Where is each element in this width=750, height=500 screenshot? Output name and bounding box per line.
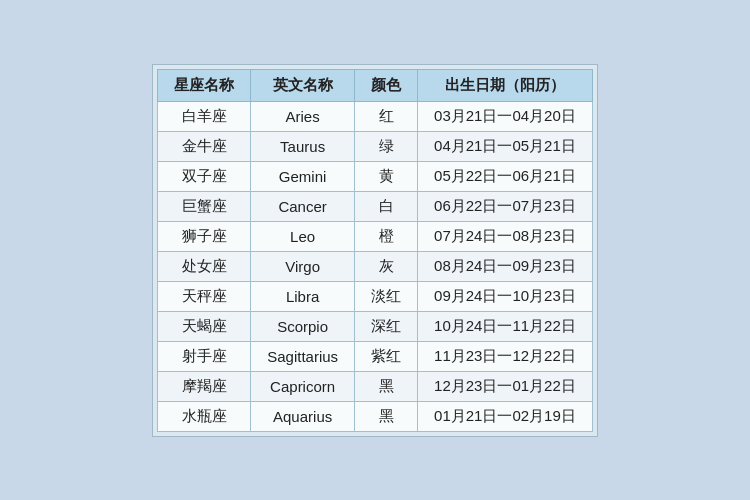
cell-chinese: 处女座 [158, 251, 251, 281]
cell-dates: 10月24日一11月22日 [418, 311, 593, 341]
table-row: 白羊座Aries红03月21日一04月20日 [158, 101, 593, 131]
cell-dates: 09月24日一10月23日 [418, 281, 593, 311]
table-body: 白羊座Aries红03月21日一04月20日金牛座Taurus绿04月21日一0… [158, 101, 593, 431]
table-row: 摩羯座Capricorn黑12月23日一01月22日 [158, 371, 593, 401]
cell-chinese: 天秤座 [158, 281, 251, 311]
cell-chinese: 白羊座 [158, 101, 251, 131]
cell-color: 紫红 [355, 341, 418, 371]
col-header-dates: 出生日期（阳历） [418, 69, 593, 101]
cell-english: Aquarius [251, 401, 355, 431]
cell-dates: 01月21日一02月19日 [418, 401, 593, 431]
cell-dates: 05月22日一06月21日 [418, 161, 593, 191]
cell-dates: 04月21日一05月21日 [418, 131, 593, 161]
cell-dates: 11月23日一12月22日 [418, 341, 593, 371]
cell-color: 黑 [355, 401, 418, 431]
zodiac-table-container: 星座名称 英文名称 颜色 出生日期（阳历） 白羊座Aries红03月21日一04… [152, 64, 598, 437]
zodiac-table: 星座名称 英文名称 颜色 出生日期（阳历） 白羊座Aries红03月21日一04… [157, 69, 593, 432]
cell-english: Cancer [251, 191, 355, 221]
table-row: 天蝎座Scorpio深红10月24日一11月22日 [158, 311, 593, 341]
cell-dates: 08月24日一09月23日 [418, 251, 593, 281]
cell-color: 黑 [355, 371, 418, 401]
cell-color: 淡红 [355, 281, 418, 311]
cell-chinese: 水瓶座 [158, 401, 251, 431]
cell-color: 深红 [355, 311, 418, 341]
cell-color: 白 [355, 191, 418, 221]
cell-chinese: 金牛座 [158, 131, 251, 161]
table-row: 巨蟹座Cancer白06月22日一07月23日 [158, 191, 593, 221]
cell-chinese: 射手座 [158, 341, 251, 371]
cell-color: 绿 [355, 131, 418, 161]
table-row: 射手座Sagittarius紫红11月23日一12月22日 [158, 341, 593, 371]
cell-english: Leo [251, 221, 355, 251]
cell-english: Capricorn [251, 371, 355, 401]
cell-english: Scorpio [251, 311, 355, 341]
col-header-english: 英文名称 [251, 69, 355, 101]
cell-color: 橙 [355, 221, 418, 251]
cell-dates: 06月22日一07月23日 [418, 191, 593, 221]
table-header-row: 星座名称 英文名称 颜色 出生日期（阳历） [158, 69, 593, 101]
table-row: 水瓶座Aquarius黑01月21日一02月19日 [158, 401, 593, 431]
cell-english: Virgo [251, 251, 355, 281]
table-row: 天秤座Libra淡红09月24日一10月23日 [158, 281, 593, 311]
cell-english: Aries [251, 101, 355, 131]
cell-chinese: 摩羯座 [158, 371, 251, 401]
cell-dates: 03月21日一04月20日 [418, 101, 593, 131]
table-row: 双子座Gemini黄05月22日一06月21日 [158, 161, 593, 191]
cell-english: Libra [251, 281, 355, 311]
cell-color: 灰 [355, 251, 418, 281]
cell-dates: 07月24日一08月23日 [418, 221, 593, 251]
col-header-color: 颜色 [355, 69, 418, 101]
col-header-chinese: 星座名称 [158, 69, 251, 101]
table-row: 狮子座Leo橙07月24日一08月23日 [158, 221, 593, 251]
cell-chinese: 狮子座 [158, 221, 251, 251]
table-row: 处女座Virgo灰08月24日一09月23日 [158, 251, 593, 281]
cell-chinese: 天蝎座 [158, 311, 251, 341]
cell-color: 红 [355, 101, 418, 131]
cell-dates: 12月23日一01月22日 [418, 371, 593, 401]
cell-english: Gemini [251, 161, 355, 191]
cell-english: Taurus [251, 131, 355, 161]
cell-chinese: 双子座 [158, 161, 251, 191]
cell-chinese: 巨蟹座 [158, 191, 251, 221]
cell-color: 黄 [355, 161, 418, 191]
table-row: 金牛座Taurus绿04月21日一05月21日 [158, 131, 593, 161]
cell-english: Sagittarius [251, 341, 355, 371]
